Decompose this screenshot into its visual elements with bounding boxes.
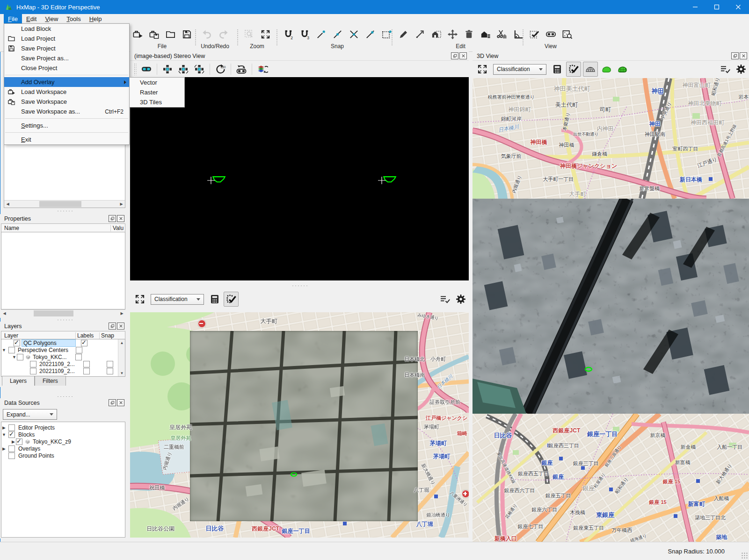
menu-item-save-project[interactable]: Save Project [4,43,129,53]
maximize-button[interactable] [706,0,727,14]
close-panel-button[interactable] [117,399,124,406]
close-panel-button[interactable] [117,215,124,222]
collapse-arrow-icon[interactable]: ▼ [1,432,7,437]
expand-dropdown[interactable]: Expand... [3,409,57,420]
collapse-arrow-icon[interactable]: ▼ [12,355,17,359]
expand-arrow-icon[interactable]: ▶ [1,446,7,451]
tree-row-overlays[interactable]: ▶ Overlays [1,445,125,452]
menu-item-add-overlay[interactable]: Add Overlay [4,77,129,87]
tree-label[interactable]: Overlays [18,445,40,452]
menu-item-load-workspace[interactable]: Load Workspace [4,87,129,97]
scroll-up-arrow[interactable]: ▲ [118,339,125,346]
snap-endpoint-icon[interactable] [314,28,327,41]
layer-label[interactable]: 20221109_2... [39,361,78,367]
checkbox[interactable] [8,452,15,459]
layer-label[interactable]: Perspective Centers [18,347,70,353]
layer-row-tokyo-kkc[interactable]: ▼ Tokyo_KKC... [1,353,125,360]
properties-hscrollbar[interactable]: ◀ ▶ [1,309,125,317]
textured-mesh-icon[interactable] [616,62,630,76]
snap-checkbox[interactable] [107,368,113,374]
wireframe-mesh-icon[interactable] [583,62,598,77]
close-panel-button[interactable] [117,323,124,330]
settings-gear-icon[interactable] [734,62,748,76]
stereo-cursor-rotate2-icon[interactable] [192,62,206,76]
layer-row-perspective-centers[interactable]: ▼ Perspective Centers [1,346,125,353]
redo-icon[interactable] [217,28,230,41]
minimize-button[interactable] [684,0,706,14]
attributes-icon[interactable] [479,28,492,41]
tree-hscrollbar[interactable]: ◀ ▶ [4,200,125,208]
scroll-left-arrow[interactable]: ◀ [1,310,8,316]
submenu-item-vector[interactable]: Vector [130,78,184,87]
expand-arrow-icon[interactable]: ▶ [11,439,16,444]
labels-checkbox[interactable] [75,354,82,360]
load-workspace-icon[interactable] [131,28,144,41]
layer-row-20221109-b[interactable]: 20221109_2... [1,367,125,374]
center-map-view[interactable]: 大手町みゆき通り皇居外苑皇居外苑二重橋前内堀通り祝田橋内堀通り日比谷公園日比谷西… [130,312,469,538]
layers-col-layer[interactable]: Layer [1,332,75,339]
snap-midpoint-icon[interactable] [331,28,344,41]
labels-checkbox[interactable] [81,340,87,346]
snap-magnet2-icon[interactable] [282,28,295,41]
scroll-down-arrow[interactable]: ▼ [118,370,125,376]
close-panel-button[interactable] [740,52,747,59]
raster-keypad-icon[interactable] [550,62,564,76]
layer-label[interactable]: 20221109_2... [39,368,78,374]
3d-view-map-north[interactable]: 神田美土代町税務署前神田警察通り美土代町神田錦町錦町河岸日本橋川司町本郷通り出世… [473,78,749,199]
menu-item-exit[interactable]: Exit [4,135,129,144]
snap-intersection-icon[interactable] [347,28,360,41]
map-overview-icon[interactable] [560,28,574,41]
submenu-item-raster[interactable]: Raster [130,87,184,97]
select-building-icon[interactable] [429,28,443,41]
menu-view[interactable]: View [41,14,62,24]
visibility-checkbox[interactable] [14,340,20,346]
solid-mesh-icon[interactable] [600,62,614,76]
layers-col-labels[interactable]: Labels [75,332,99,339]
submenu-item-3d-tiles[interactable]: 3D Tiles [130,97,184,107]
layers-vscrollbar[interactable]: ▲ ▼ [118,339,125,376]
tab-layers[interactable]: Layers [2,376,35,386]
qc-points-icon[interactable] [566,62,581,77]
save-project-icon[interactable] [180,28,193,41]
menu-help[interactable]: Help [85,14,106,24]
settings-gear-icon[interactable] [454,292,468,306]
resize-grip[interactable] [741,552,748,559]
tree-label[interactable]: Blocks [18,431,35,438]
layer-row-20221109-a[interactable]: 20221109_2... [1,360,125,367]
float-panel-button[interactable] [451,52,458,59]
checkbox[interactable] [8,424,15,431]
collapse-arrow-icon[interactable]: ▼ [1,348,7,352]
checkbox[interactable] [8,445,15,452]
labels-checkbox[interactable] [83,368,90,374]
tree-label[interactable]: Tokyo_KKC_z9 [33,438,71,445]
visibility-checkbox[interactable] [17,354,23,360]
save-workspace-icon[interactable] [147,28,160,41]
view-mode-dropdown[interactable]: Classification [493,64,546,75]
zoom-fit-icon[interactable] [259,28,272,41]
properties-col-value[interactable]: Valu [110,225,125,231]
float-panel-button[interactable] [109,215,116,222]
expand-arrow-icon[interactable]: ▶ [1,425,7,430]
cut-icon[interactable] [495,28,508,41]
menu-file[interactable]: File [4,14,22,24]
qc-points-icon[interactable] [224,292,239,307]
qc-check-icon[interactable] [528,28,541,41]
tree-row-ground-points[interactable]: Ground Points [1,452,125,459]
properties-col-name[interactable]: Name [1,225,110,231]
scroll-left-arrow[interactable]: ◀ [4,201,11,207]
menu-item-settings[interactable]: Settings... [4,121,129,130]
labels-checkbox[interactable] [76,347,82,353]
labels-checkbox[interactable] [83,361,90,367]
menu-item-save-project-as[interactable]: Save Project as... [4,53,129,63]
load-project-icon[interactable] [164,28,177,41]
swap-eyes-icon[interactable] [234,62,248,76]
checkbox[interactable] [8,431,15,438]
tab-filters[interactable]: Filters [35,376,66,386]
menu-item-close-project[interactable]: Close Project [4,63,129,73]
scroll-right-arrow[interactable]: ▶ [118,310,125,316]
splitter[interactable] [4,318,125,322]
visibility-checkbox[interactable] [30,361,36,367]
snap-checkbox[interactable] [107,361,113,367]
tree-row-tokyo-kkc-z9[interactable]: ▶ Tokyo_KKC_z9 [1,438,125,445]
view-mode-dropdown[interactable]: Classification [151,294,204,305]
